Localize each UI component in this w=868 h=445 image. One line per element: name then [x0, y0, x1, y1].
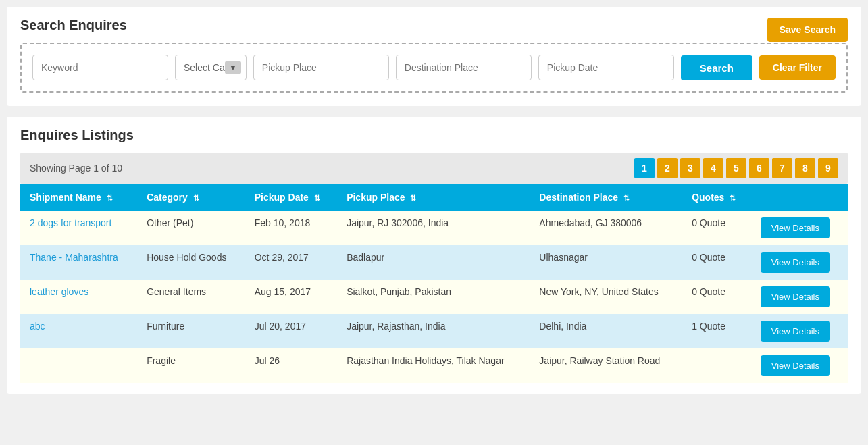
pagination-bar: Showing Page 1 of 10 1 2 3 4 5 6 7 8 9	[20, 153, 848, 184]
destination-place-input[interactable]	[396, 55, 532, 80]
destination-place-cell: New York, NY, United States	[530, 280, 682, 314]
col-pickup-date: Pickup Date ⇅	[245, 184, 337, 211]
showing-text: Showing Page 1 of 10	[30, 163, 122, 174]
category-cell: Other (Pet)	[137, 211, 245, 245]
search-button[interactable]: Search	[681, 55, 752, 80]
col-category: Category ⇅	[137, 184, 245, 211]
table-header-row: Shipment Name ⇅ Category ⇅ Pickup Date ⇅…	[20, 184, 848, 211]
table-row: 2 dogs for transport Other (Pet) Feb 10,…	[20, 211, 848, 245]
shipment-name-cell[interactable]: leather gloves	[20, 280, 137, 314]
pickup-date-cell: Aug 15, 2017	[245, 280, 337, 314]
pickup-place-cell: Sialkot, Punjab, Pakistan	[337, 280, 530, 314]
col-destination-place: Destination Place ⇅	[530, 184, 682, 211]
pickup-date-cell: Jul 20, 2017	[245, 314, 337, 348]
col-pickup-place: Pickup Place ⇅	[337, 184, 530, 211]
view-details-button[interactable]: View Details	[761, 355, 830, 376]
quotes-cell: 0 Quote	[682, 245, 751, 280]
page-button-9[interactable]: 9	[818, 158, 838, 178]
page-button-7[interactable]: 7	[772, 158, 792, 178]
table-row: abc Furniture Jul 20, 2017 Jaipur, Rajas…	[20, 314, 848, 348]
action-cell: View Details	[751, 245, 848, 280]
col-action	[751, 184, 848, 211]
pickup-date-input[interactable]	[538, 55, 674, 80]
keyword-input[interactable]	[32, 55, 168, 80]
filter-row: Select Category Furniture House Hold Goo…	[32, 55, 836, 80]
pickup-place-input[interactable]	[253, 55, 389, 80]
pagination: 1 2 3 4 5 6 7 8 9	[634, 158, 838, 178]
sort-icon-quotes: ⇅	[730, 194, 736, 202]
pickup-place-cell: Badlapur	[337, 245, 530, 280]
category-cell: Fragile	[137, 348, 245, 383]
shipment-name-cell[interactable]: 2 dogs for transport	[20, 211, 137, 245]
page-button-5[interactable]: 5	[726, 158, 746, 178]
table-row: Thane - Maharashtra House Hold Goods Oct…	[20, 245, 848, 280]
category-select-wrapper: Select Category Furniture House Hold Goo…	[175, 55, 247, 80]
category-cell: House Hold Goods	[137, 245, 245, 280]
listings-section: Enquires Listings Showing Page 1 of 10 1…	[7, 117, 861, 394]
sort-icon-category: ⇅	[193, 194, 199, 202]
clear-filter-button[interactable]: Clear Filter	[759, 55, 836, 80]
view-details-button[interactable]: View Details	[761, 252, 830, 273]
page-button-1[interactable]: 1	[634, 158, 655, 178]
quotes-cell: 0 Quote	[682, 211, 751, 245]
sort-icon-shipment: ⇅	[107, 194, 113, 202]
sort-icon-pickup: ⇅	[410, 194, 416, 202]
col-shipment-name: Shipment Name ⇅	[20, 184, 137, 211]
shipment-name-cell[interactable]: Thane - Maharashtra	[20, 245, 137, 280]
page-wrapper: Search Enquires Save Search Select Categ…	[0, 0, 868, 400]
sort-icon-destination: ⇅	[623, 194, 630, 202]
action-cell: View Details	[751, 280, 848, 314]
action-cell: View Details	[751, 348, 848, 383]
page-button-6[interactable]: 6	[749, 158, 769, 178]
destination-place-cell: Ulhasnagar	[530, 245, 682, 280]
enquires-table: Shipment Name ⇅ Category ⇅ Pickup Date ⇅…	[20, 184, 848, 383]
quotes-cell: 1 Quote	[682, 314, 751, 348]
table-row: Fragile Jul 26 Rajasthan India Holidays,…	[20, 348, 848, 383]
pickup-place-cell: Jaipur, Rajasthan, India	[337, 314, 530, 348]
save-search-button[interactable]: Save Search	[767, 18, 848, 42]
quotes-cell	[682, 348, 751, 383]
category-cell: General Items	[137, 280, 245, 314]
sort-icon-date: ⇅	[314, 194, 320, 202]
view-details-button[interactable]: View Details	[761, 321, 830, 342]
destination-place-cell: Delhi, India	[530, 314, 682, 348]
page-button-8[interactable]: 8	[795, 158, 815, 178]
view-details-button[interactable]: View Details	[761, 217, 830, 238]
action-cell: View Details	[751, 211, 848, 245]
table-row: leather gloves General Items Aug 15, 201…	[20, 280, 848, 314]
page-button-2[interactable]: 2	[657, 158, 678, 178]
pickup-date-cell: Jul 26	[245, 348, 337, 383]
quotes-cell: 0 Quote	[682, 280, 751, 314]
destination-place-cell: Ahmedabad, GJ 380006	[530, 211, 682, 245]
filter-box: Select Category Furniture House Hold Goo…	[20, 43, 848, 93]
page-button-4[interactable]: 4	[703, 158, 723, 178]
search-title: Search Enquires	[20, 18, 848, 33]
listings-title: Enquires Listings	[20, 128, 848, 143]
category-select[interactable]: Select Category Furniture House Hold Goo…	[175, 55, 247, 80]
pickup-date-cell: Oct 29, 2017	[245, 245, 337, 280]
category-cell: Furniture	[137, 314, 245, 348]
col-quotes: Quotes ⇅	[682, 184, 751, 211]
search-section: Search Enquires Save Search Select Categ…	[7, 7, 861, 106]
page-button-3[interactable]: 3	[680, 158, 700, 178]
pickup-place-cell: Jaipur, RJ 302006, India	[337, 211, 530, 245]
action-cell: View Details	[751, 314, 848, 348]
shipment-name-cell[interactable]: abc	[20, 314, 137, 348]
view-details-button[interactable]: View Details	[761, 286, 830, 307]
destination-place-cell: Jaipur, Railway Station Road	[530, 348, 682, 383]
pickup-date-cell: Feb 10, 2018	[245, 211, 337, 245]
shipment-name-cell[interactable]	[20, 348, 137, 383]
pickup-place-cell: Rajasthan India Holidays, Tilak Nagar	[337, 348, 530, 383]
